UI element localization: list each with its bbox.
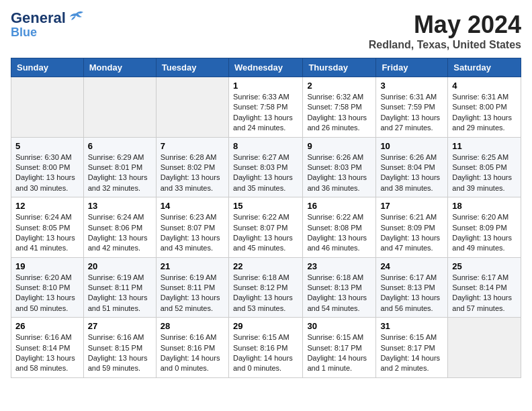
table-row: [156, 77, 228, 138]
day-number: 1: [233, 81, 298, 91]
day-number: 23: [307, 261, 371, 271]
day-number: 24: [380, 261, 443, 271]
table-row: 22Sunrise: 6:18 AM Sunset: 8:12 PM Dayli…: [228, 257, 302, 318]
day-number: 28: [161, 321, 224, 331]
table-row: 13Sunrise: 6:24 AM Sunset: 8:06 PM Dayli…: [83, 197, 156, 258]
day-info: Sunrise: 6:20 AM Sunset: 8:09 PM Dayligh…: [452, 212, 517, 254]
day-info: Sunrise: 6:31 AM Sunset: 7:59 PM Dayligh…: [380, 92, 443, 134]
col-sunday: Sunday: [11, 58, 84, 77]
day-info: Sunrise: 6:15 AM Sunset: 8:17 PM Dayligh…: [307, 332, 371, 374]
day-info: Sunrise: 6:18 AM Sunset: 8:13 PM Dayligh…: [307, 273, 371, 314]
table-row: 11Sunrise: 6:25 AM Sunset: 8:05 PM Dayli…: [448, 137, 521, 197]
table-row: 5Sunrise: 6:30 AM Sunset: 8:00 PM Daylig…: [11, 137, 84, 197]
col-friday: Friday: [376, 58, 448, 77]
table-row: 31Sunrise: 6:15 AM Sunset: 8:17 PM Dayli…: [376, 318, 448, 378]
day-number: 20: [88, 261, 152, 271]
day-info: Sunrise: 6:22 AM Sunset: 8:07 PM Dayligh…: [233, 212, 298, 254]
col-thursday: Thursday: [303, 58, 376, 77]
day-number: 21: [161, 261, 224, 271]
day-info: Sunrise: 6:22 AM Sunset: 8:08 PM Dayligh…: [307, 212, 371, 254]
day-info: Sunrise: 6:19 AM Sunset: 8:11 PM Dayligh…: [88, 273, 152, 314]
day-number: 12: [15, 201, 79, 211]
week-row-4: 19Sunrise: 6:20 AM Sunset: 8:10 PM Dayli…: [11, 257, 521, 318]
calendar-subtitle: Redland, Texas, United States: [369, 39, 521, 51]
table-row: 29Sunrise: 6:15 AM Sunset: 8:16 PM Dayli…: [228, 318, 302, 378]
day-number: 2: [307, 81, 371, 91]
day-info: Sunrise: 6:26 AM Sunset: 8:03 PM Dayligh…: [307, 152, 371, 194]
day-number: 29: [233, 321, 298, 331]
table-row: 2Sunrise: 6:32 AM Sunset: 7:58 PM Daylig…: [303, 77, 376, 138]
day-info: Sunrise: 6:20 AM Sunset: 8:10 PM Dayligh…: [15, 273, 79, 314]
day-info: Sunrise: 6:24 AM Sunset: 8:06 PM Dayligh…: [88, 212, 152, 254]
table-row: 8Sunrise: 6:27 AM Sunset: 8:03 PM Daylig…: [228, 137, 302, 197]
table-row: 7Sunrise: 6:28 AM Sunset: 8:02 PM Daylig…: [156, 137, 228, 197]
day-number: 6: [88, 141, 152, 151]
table-row: [83, 77, 156, 138]
day-number: 31: [380, 321, 443, 331]
day-info: Sunrise: 6:15 AM Sunset: 8:16 PM Dayligh…: [233, 332, 298, 374]
day-info: Sunrise: 6:16 AM Sunset: 8:15 PM Dayligh…: [88, 332, 152, 374]
table-row: 30Sunrise: 6:15 AM Sunset: 8:17 PM Dayli…: [303, 318, 376, 378]
day-info: Sunrise: 6:15 AM Sunset: 8:17 PM Dayligh…: [380, 332, 443, 374]
logo: General Blue: [11, 11, 85, 40]
logo-bird-icon: [67, 10, 85, 24]
day-number: 10: [380, 141, 443, 151]
day-number: 30: [307, 321, 371, 331]
table-row: 18Sunrise: 6:20 AM Sunset: 8:09 PM Dayli…: [448, 197, 521, 258]
day-info: Sunrise: 6:27 AM Sunset: 8:03 PM Dayligh…: [233, 152, 298, 194]
day-info: Sunrise: 6:31 AM Sunset: 8:00 PM Dayligh…: [452, 92, 517, 134]
table-row: 21Sunrise: 6:19 AM Sunset: 8:11 PM Dayli…: [156, 257, 228, 318]
calendar-table: Sunday Monday Tuesday Wednesday Thursday…: [11, 58, 521, 378]
page-header: General Blue May 2024 Redland, Texas, Un…: [11, 11, 521, 51]
day-info: Sunrise: 6:17 AM Sunset: 8:14 PM Dayligh…: [452, 273, 517, 314]
table-row: [448, 318, 521, 378]
logo-blue: Blue: [11, 26, 37, 40]
table-row: 10Sunrise: 6:26 AM Sunset: 8:04 PM Dayli…: [376, 137, 448, 197]
table-row: 9Sunrise: 6:26 AM Sunset: 8:03 PM Daylig…: [303, 137, 376, 197]
day-info: Sunrise: 6:23 AM Sunset: 8:07 PM Dayligh…: [161, 212, 224, 254]
table-row: 23Sunrise: 6:18 AM Sunset: 8:13 PM Dayli…: [303, 257, 376, 318]
table-row: 28Sunrise: 6:16 AM Sunset: 8:16 PM Dayli…: [156, 318, 228, 378]
table-row: 3Sunrise: 6:31 AM Sunset: 7:59 PM Daylig…: [376, 77, 448, 138]
day-info: Sunrise: 6:17 AM Sunset: 8:13 PM Dayligh…: [380, 273, 443, 314]
day-number: 5: [15, 141, 79, 151]
table-row: 16Sunrise: 6:22 AM Sunset: 8:08 PM Dayli…: [303, 197, 376, 258]
day-number: 9: [307, 141, 371, 151]
table-row: 26Sunrise: 6:16 AM Sunset: 8:14 PM Dayli…: [11, 318, 84, 378]
day-info: Sunrise: 6:16 AM Sunset: 8:16 PM Dayligh…: [161, 332, 224, 374]
day-info: Sunrise: 6:29 AM Sunset: 8:01 PM Dayligh…: [88, 152, 152, 194]
day-number: 25: [452, 261, 517, 271]
day-number: 3: [380, 81, 443, 91]
day-number: 27: [88, 321, 152, 331]
day-number: 13: [88, 201, 152, 211]
week-row-2: 5Sunrise: 6:30 AM Sunset: 8:00 PM Daylig…: [11, 137, 521, 197]
calendar-title: May 2024: [369, 11, 521, 39]
table-row: 25Sunrise: 6:17 AM Sunset: 8:14 PM Dayli…: [448, 257, 521, 318]
day-info: Sunrise: 6:24 AM Sunset: 8:05 PM Dayligh…: [15, 212, 79, 254]
table-row: 12Sunrise: 6:24 AM Sunset: 8:05 PM Dayli…: [11, 197, 84, 258]
day-info: Sunrise: 6:21 AM Sunset: 8:09 PM Dayligh…: [380, 212, 443, 254]
col-tuesday: Tuesday: [156, 58, 228, 77]
day-info: Sunrise: 6:28 AM Sunset: 8:02 PM Dayligh…: [161, 152, 224, 194]
day-info: Sunrise: 6:33 AM Sunset: 7:58 PM Dayligh…: [233, 92, 298, 134]
day-info: Sunrise: 6:32 AM Sunset: 7:58 PM Dayligh…: [307, 92, 371, 134]
day-info: Sunrise: 6:16 AM Sunset: 8:14 PM Dayligh…: [15, 332, 79, 374]
table-row: 27Sunrise: 6:16 AM Sunset: 8:15 PM Dayli…: [83, 318, 156, 378]
day-number: 15: [233, 201, 298, 211]
col-saturday: Saturday: [448, 58, 521, 77]
day-number: 4: [452, 81, 517, 91]
table-row: 20Sunrise: 6:19 AM Sunset: 8:11 PM Dayli…: [83, 257, 156, 318]
table-row: 1Sunrise: 6:33 AM Sunset: 7:58 PM Daylig…: [228, 77, 302, 138]
day-number: 18: [452, 201, 517, 211]
table-row: 4Sunrise: 6:31 AM Sunset: 8:00 PM Daylig…: [448, 77, 521, 138]
table-row: 19Sunrise: 6:20 AM Sunset: 8:10 PM Dayli…: [11, 257, 84, 318]
col-monday: Monday: [83, 58, 156, 77]
week-row-1: 1Sunrise: 6:33 AM Sunset: 7:58 PM Daylig…: [11, 77, 521, 138]
table-row: 17Sunrise: 6:21 AM Sunset: 8:09 PM Dayli…: [376, 197, 448, 258]
day-number: 19: [15, 261, 79, 271]
day-info: Sunrise: 6:26 AM Sunset: 8:04 PM Dayligh…: [380, 152, 443, 194]
day-number: 17: [380, 201, 443, 211]
day-info: Sunrise: 6:18 AM Sunset: 8:12 PM Dayligh…: [233, 273, 298, 314]
col-wednesday: Wednesday: [228, 58, 302, 77]
day-number: 22: [233, 261, 298, 271]
